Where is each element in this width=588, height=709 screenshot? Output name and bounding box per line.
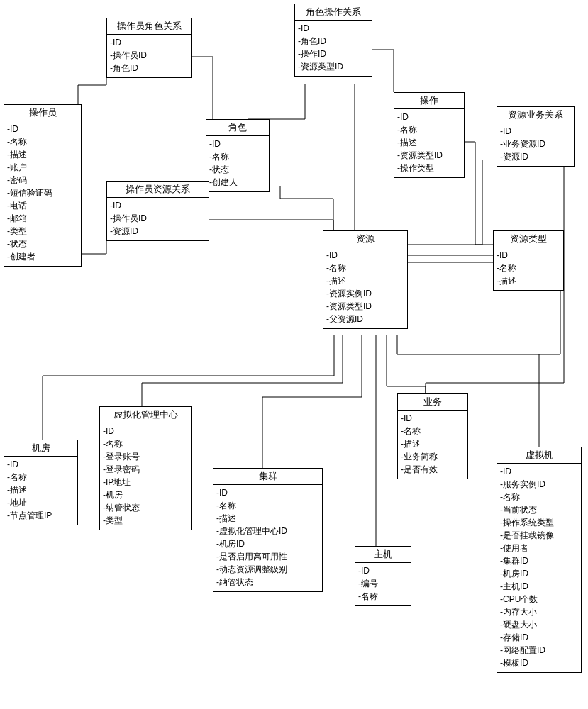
attr: -存储ID <box>500 631 578 644</box>
attr: -名称 <box>500 491 578 503</box>
attr: -模板ID <box>500 657 578 669</box>
attr: -角色ID <box>298 35 369 48</box>
entity-title: 资源类型 <box>494 231 563 247</box>
attr: -当前状态 <box>500 503 578 516</box>
entity-title: 操作员 <box>4 105 81 121</box>
attr: -名称 <box>401 425 465 437</box>
attr: -操作员ID <box>110 49 188 62</box>
entity-operator: 操作员 -ID -名称 -描述 -账户 -密码 -短信验证码 -电话 -邮箱 -… <box>4 104 82 267</box>
attr: -ID <box>326 249 404 262</box>
attr: -状态 <box>7 238 78 250</box>
attr: -名称 <box>216 499 319 512</box>
entity-title: 角色操作关系 <box>295 4 372 21</box>
attr: -类型 <box>7 225 78 238</box>
entity-title: 角色 <box>206 120 269 136</box>
attr: -邮箱 <box>7 212 78 225</box>
attr: -资源类型ID <box>298 60 369 73</box>
attr: -描述 <box>7 484 74 496</box>
entity-title: 机房 <box>4 440 77 457</box>
entity-body: -ID -名称 -描述 <box>494 247 563 290</box>
attr: -业务简称 <box>401 450 465 463</box>
entity-body: -ID -名称 -描述 -虚拟化管理中心ID -机房ID -是否启用高可用性 -… <box>213 485 322 591</box>
attr: -类型 <box>103 514 188 527</box>
attr: -ID <box>216 486 319 499</box>
attr: -描述 <box>216 512 319 525</box>
attr: -操作员ID <box>110 212 206 225</box>
entity-cluster: 集群 -ID -名称 -描述 -虚拟化管理中心ID -机房ID -是否启用高可用… <box>213 468 323 592</box>
entity-title: 操作 <box>394 93 464 109</box>
entity-vm: 虚拟机 -ID -服务实例ID -名称 -当前状态 -操作系统类型 -是否挂载镜… <box>497 447 582 673</box>
entity-title: 操作员资源关系 <box>107 182 209 198</box>
entity-title: 资源业务关系 <box>497 107 574 123</box>
entity-body: -ID -名称 -描述 -地址 -节点管理IP <box>4 457 77 525</box>
attr: -父资源ID <box>326 313 404 325</box>
attr: -登录账号 <box>103 450 188 463</box>
attr: -机房 <box>103 489 188 501</box>
attr: -密码 <box>7 174 78 186</box>
attr: -描述 <box>401 437 465 450</box>
entity-title: 操作员角色关系 <box>107 18 191 35</box>
entity-operation: 操作 -ID -名称 -描述 -资源类型ID -操作类型 <box>394 92 465 178</box>
attr: -动态资源调整级别 <box>216 563 319 576</box>
attr: -ID <box>497 249 560 262</box>
attr: -登录密码 <box>103 463 188 476</box>
attr: -资源类型ID <box>326 300 404 313</box>
attr: -IP地址 <box>103 476 188 489</box>
attr: -服务实例ID <box>500 478 578 491</box>
attr: -角色ID <box>110 62 188 74</box>
attr: -节点管理IP <box>7 509 74 522</box>
entity-title: 集群 <box>213 469 322 485</box>
attr: -描述 <box>497 274 560 287</box>
attr: -虚拟化管理中心ID <box>216 525 319 537</box>
attr: -短信验证码 <box>7 186 78 199</box>
entity-res-type: 资源类型 -ID -名称 -描述 <box>493 230 564 291</box>
attr: -业务资源ID <box>500 138 571 150</box>
attr: -资源ID <box>110 225 206 238</box>
attr: -纳管状态 <box>103 501 188 514</box>
attr: -纳管状态 <box>216 576 319 588</box>
entity-body: -ID -名称 -描述 -业务简称 -是否有效 <box>398 411 467 479</box>
attr: -ID <box>358 564 408 577</box>
entity-op-res-rel: 操作员资源关系 -ID -操作员ID -资源ID <box>106 181 209 241</box>
attr: -ID <box>7 123 78 135</box>
attr: -ID <box>397 111 461 123</box>
entity-body: -ID -名称 -描述 -资源类型ID -操作类型 <box>394 109 464 177</box>
entity-biz: 业务 -ID -名称 -描述 -业务简称 -是否有效 <box>397 393 468 479</box>
attr: -集群ID <box>500 554 578 567</box>
attr: -资源ID <box>500 150 571 163</box>
entity-body: -ID -角色ID -操作ID -资源类型ID <box>295 21 372 76</box>
attr: -资源类型ID <box>397 149 461 162</box>
entity-body: -ID -业务资源ID -资源ID <box>497 123 574 166</box>
attr: -状态 <box>209 163 266 176</box>
entity-op-role-rel: 操作员角色关系 -ID -操作员ID -角色ID <box>106 18 192 78</box>
attr: -ID <box>110 36 188 49</box>
attr: -ID <box>103 425 188 437</box>
attr: -ID <box>209 138 266 150</box>
entity-role: 角色 -ID -名称 -状态 -创建人 <box>206 119 270 192</box>
attr: -名称 <box>103 437 188 450</box>
entity-body: -ID -名称 -登录账号 -登录密码 -IP地址 -机房 -纳管状态 -类型 <box>100 423 191 530</box>
entity-body: -ID -操作员ID -角色ID <box>107 35 191 77</box>
attr: -编号 <box>358 577 408 590</box>
attr: -机房ID <box>500 567 578 580</box>
attr: -使用者 <box>500 542 578 554</box>
attr: -资源实例ID <box>326 287 404 300</box>
entity-room: 机房 -ID -名称 -描述 -地址 -节点管理IP <box>4 440 78 525</box>
attr: -ID <box>110 199 206 212</box>
entity-resource: 资源 -ID -名称 -描述 -资源实例ID -资源类型ID -父资源ID <box>323 230 408 329</box>
attr: -主机ID <box>500 580 578 593</box>
attr: -账户 <box>7 161 78 174</box>
attr: -是否挂载镜像 <box>500 529 578 542</box>
entity-body: -ID -编号 -名称 <box>355 563 411 605</box>
entity-role-op-rel: 角色操作关系 -ID -角色ID -操作ID -资源类型ID <box>294 4 372 77</box>
attr: -ID <box>298 22 369 35</box>
attr: -网络配置ID <box>500 644 578 657</box>
attr: -ID <box>500 125 571 138</box>
attr: -创建者 <box>7 250 78 263</box>
entity-res-biz-rel: 资源业务关系 -ID -业务资源ID -资源ID <box>497 106 575 167</box>
entity-title: 虚拟化管理中心 <box>100 407 191 423</box>
attr: -创建人 <box>209 176 266 189</box>
attr: -描述 <box>326 274 404 287</box>
attr: -名称 <box>7 135 78 148</box>
entity-title: 业务 <box>398 394 467 411</box>
